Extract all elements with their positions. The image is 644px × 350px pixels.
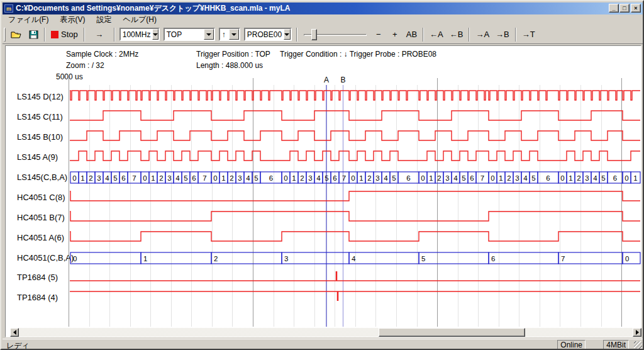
online-status: Online bbox=[557, 340, 586, 349]
zoom-slider-thumb[interactable] bbox=[311, 29, 317, 40]
status-message: レディ bbox=[6, 341, 30, 350]
toolbar-separator bbox=[469, 28, 470, 42]
trigger-edge-combo[interactable]: ↑ bbox=[219, 28, 240, 41]
status-bar: レディ Online 4MBit bbox=[3, 339, 643, 349]
channel-label: TP1684 (4) bbox=[17, 293, 58, 302]
trigger-probe-combo[interactable]: PROBE00 bbox=[244, 28, 292, 41]
right-arrow-icon bbox=[636, 330, 641, 335]
menu-item-3[interactable]: ヘルプ(H) bbox=[117, 14, 162, 26]
channel-label: HC4051 C(8) bbox=[17, 193, 65, 202]
horizontal-scrollbar[interactable] bbox=[10, 328, 641, 337]
open-file-button[interactable] bbox=[8, 27, 25, 42]
goto-cursor-b-button[interactable]: ←B bbox=[447, 27, 467, 42]
toolbar-separator bbox=[423, 28, 424, 42]
channel-label: HC4051 A(6) bbox=[17, 233, 64, 242]
chevron-down-icon[interactable] bbox=[229, 29, 239, 40]
sample-clock-info: Sample Clock : 2MHz bbox=[66, 50, 138, 59]
save-floppy-icon bbox=[29, 30, 38, 39]
title-bar: m C:¥Documents and Settings¥noname¥デスクトッ… bbox=[3, 3, 643, 14]
chevron-down-icon[interactable] bbox=[152, 29, 158, 40]
goto-trigger-button[interactable]: →T bbox=[519, 27, 538, 42]
zoom-info: Zoom : / 32 bbox=[66, 61, 104, 70]
trigger-position-value: TOP bbox=[165, 30, 204, 39]
set-cursor-b-button[interactable]: →B bbox=[492, 27, 513, 42]
zoom-ab-button[interactable]: AB bbox=[403, 27, 420, 42]
time-scale-label: 5000 us bbox=[56, 72, 83, 81]
trigger-position-combo[interactable]: TOP bbox=[164, 28, 215, 41]
stop-label: Stop bbox=[61, 30, 78, 39]
chevron-down-icon[interactable] bbox=[284, 29, 291, 40]
cursor-b-label: B bbox=[341, 76, 346, 84]
stop-button[interactable]: Stop bbox=[48, 27, 81, 42]
length-info: Length : 488.000 us bbox=[196, 61, 263, 70]
goto-cursor-a-button[interactable]: ←A bbox=[426, 27, 447, 42]
cursor-a-label: A bbox=[324, 76, 329, 84]
trigger-condition-info: Trigger Condition : ↓ Trigger Probe : PR… bbox=[280, 50, 436, 59]
channel-label: TP1684 (5) bbox=[17, 273, 58, 282]
chevron-down-icon[interactable] bbox=[204, 29, 214, 40]
toolbar-grip[interactable] bbox=[4, 28, 6, 42]
maximize-button[interactable]: □ bbox=[619, 4, 630, 13]
channel-label: HC4051 B(7) bbox=[17, 213, 65, 222]
channel-label: HC4051(C,B,A) bbox=[17, 253, 74, 262]
zoom-out-button[interactable]: − bbox=[370, 27, 387, 42]
channel-label: LS145 C(11) bbox=[17, 112, 63, 121]
zoom-in-button[interactable]: + bbox=[387, 27, 403, 42]
single-run-button[interactable]: → bbox=[87, 27, 111, 42]
channel-label: LS145 D(12) bbox=[17, 92, 64, 101]
resize-grip[interactable] bbox=[634, 341, 642, 349]
zoom-slider[interactable] bbox=[304, 28, 367, 42]
memory-status: 4MBit bbox=[603, 340, 629, 349]
close-button[interactable]: × bbox=[631, 4, 641, 13]
left-arrow-icon bbox=[11, 330, 16, 335]
save-button[interactable] bbox=[25, 27, 42, 42]
trigger-edge-value: ↑ bbox=[220, 30, 229, 39]
minimize-button[interactable]: _ bbox=[609, 4, 619, 13]
toolbar-separator bbox=[296, 28, 297, 42]
scroll-right-button[interactable] bbox=[633, 328, 641, 337]
sample-clock-combo[interactable]: 100MHz bbox=[119, 28, 160, 41]
toolbar-separator bbox=[44, 28, 45, 42]
channel-label: LS145 B(10) bbox=[17, 132, 63, 142]
sample-clock-value: 100MHz bbox=[121, 30, 153, 39]
trigger-probe-value: PROBE00 bbox=[245, 30, 284, 39]
set-cursor-a-button[interactable]: →A bbox=[472, 27, 492, 42]
menu-item-0[interactable]: ファイル(F) bbox=[3, 14, 54, 26]
channel-label: LS145 A(9) bbox=[17, 152, 58, 162]
toolbar-separator bbox=[114, 28, 115, 42]
stop-icon bbox=[51, 31, 58, 38]
window-title: C:¥Documents and Settings¥noname¥デスクトップ¥… bbox=[16, 3, 290, 14]
trigger-position-info: Trigger Position : TOP bbox=[196, 50, 270, 59]
toolbar-separator bbox=[515, 28, 516, 42]
menu-item-1[interactable]: 表示(V) bbox=[54, 14, 91, 26]
toolbar: Stop → 100MHz TOP ↑ PROBE00 − + AB ←A ←B… bbox=[3, 25, 643, 44]
toolbar-separator bbox=[84, 28, 85, 42]
scrollbar-thumb[interactable] bbox=[379, 328, 525, 337]
app-icon: m bbox=[4, 4, 13, 13]
waveform-panel bbox=[5, 45, 641, 337]
menu-item-2[interactable]: 設定 bbox=[91, 14, 117, 26]
channel-label: LS145(C,B,A) bbox=[17, 172, 67, 182]
menu-bar: ファイル(F)表示(V)設定ヘルプ(H) bbox=[3, 14, 643, 25]
open-folder-icon bbox=[11, 30, 22, 39]
scroll-left-button[interactable] bbox=[10, 328, 19, 337]
